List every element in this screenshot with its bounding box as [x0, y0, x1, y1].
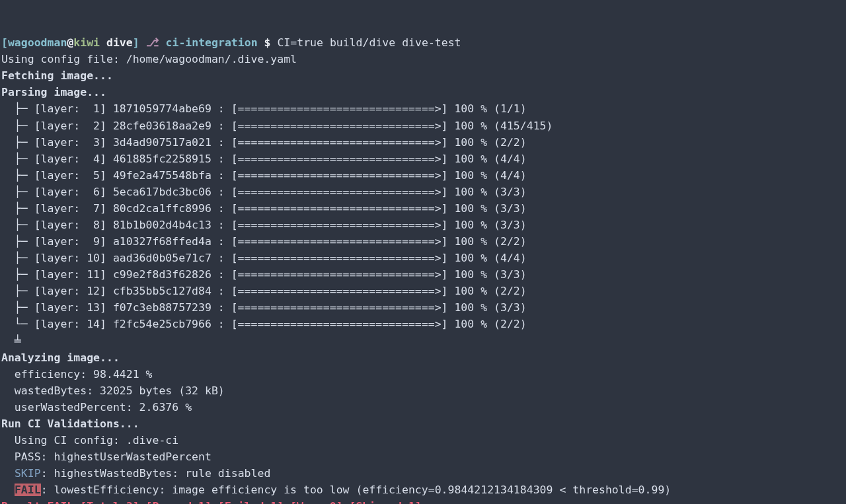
layer-row: └─ [layer: 14] f2fc54e25cb7966 : [======…: [1, 318, 527, 330]
skip-tag: SKIP: [15, 467, 41, 480]
parsing-header: Parsing image...: [1, 86, 106, 98]
analyzing-header: Analyzing image...: [1, 351, 120, 364]
prompt-close: ]: [133, 36, 139, 49]
config-line: Using config file: /home/wagoodman/.dive…: [1, 53, 297, 65]
prompt-dir: dive: [100, 36, 133, 49]
fail-tag: FAIL: [15, 484, 41, 496]
layer-row: ├─ [layer: 9] a10327f68ffed4a : [=======…: [1, 235, 527, 248]
layer-row: ├─ [layer: 6] 5eca617bdc3bc06 : [=======…: [1, 186, 527, 198]
pass-line: PASS: highestUserWastedPercent: [1, 450, 212, 463]
layer-row: ├─ [layer: 11] c99e2f8d3f62826 : [======…: [1, 268, 527, 281]
efficiency-line: efficiency: 98.4421 %: [1, 368, 152, 380]
layer-row: ├─ [layer: 12] cfb35bb5c127d84 : [======…: [1, 285, 527, 297]
prompt-at: @: [67, 36, 73, 49]
prompt-line-1[interactable]: [wagoodman@kiwi dive] ⎇ ci-integration $…: [1, 36, 461, 49]
user-wasted-line: userWastedPercent: 2.6376 %: [1, 401, 192, 414]
fail-line: FAIL: lowestEfficiency: image efficiency…: [1, 484, 671, 496]
prompt-user: wagoodman: [8, 36, 67, 49]
layer-row: ├─ [layer: 10] aad36d0b05e71c7 : [======…: [1, 252, 527, 264]
ci-config-line: Using CI config: .dive-ci: [1, 434, 178, 447]
layer-row: ├─ [layer: 1] 1871059774abe69 : [=======…: [1, 102, 527, 115]
layer-row: ├─ [layer: 3] 3d4ad907517a021 : [=======…: [1, 136, 527, 149]
terminal-output: [wagoodman@kiwi dive] ⎇ ci-integration $…: [1, 34, 845, 504]
branch-icon: ⎇: [139, 36, 166, 49]
validations-header: Run CI Validations...: [1, 417, 139, 430]
layer-row: ├─ [layer: 7] 80cd2ca1ffc8996 : [=======…: [1, 202, 527, 215]
layer-row: ├─ [layer: 13] f07c3eb88757239 : [======…: [1, 301, 527, 314]
skip-line: SKIP: highestWastedBytes: rule disabled: [1, 467, 270, 480]
tree-end: ╧: [1, 335, 28, 347]
layer-row: ├─ [layer: 2] 28cfe03618aa2e9 : [=======…: [1, 120, 553, 132]
prompt-host: kiwi: [73, 36, 100, 49]
layer-row: ├─ [layer: 5] 49fe2a475548bfa : [=======…: [1, 169, 527, 182]
layer-list: ├─ [layer: 1] 1871059774abe69 : [=======…: [1, 100, 845, 332]
command-text: CI=true build/dive dive-test: [277, 36, 461, 49]
prompt-open: [: [1, 36, 8, 49]
fetching-header: Fetching image...: [1, 69, 113, 82]
wasted-bytes-line: wastedBytes: 32025 bytes (32 kB): [1, 384, 225, 397]
prompt-dollar: $: [258, 36, 278, 49]
result-summary: Result:FAIL [Total:3] [Passed:1] [Failed…: [1, 500, 422, 504]
branch-name: ci-integration: [166, 36, 258, 49]
layer-row: ├─ [layer: 8] 81b1b002d4b4c13 : [=======…: [1, 219, 527, 231]
layer-row: ├─ [layer: 4] 461885fc2258915 : [=======…: [1, 153, 527, 165]
